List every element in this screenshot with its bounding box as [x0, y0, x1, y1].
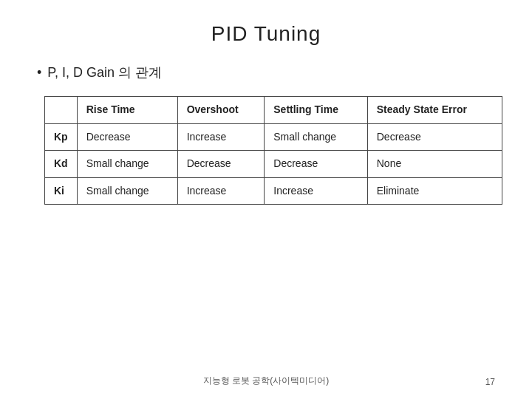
row-ki-label: Ki	[45, 177, 78, 205]
row-kp-label: Kp	[45, 123, 78, 151]
col-header-label	[45, 97, 78, 124]
row-kd-settling: Decrease	[265, 151, 367, 178]
footer: 지능형 로봇 공학(사이텍미디어)	[0, 375, 532, 387]
row-kd-steady: None	[367, 151, 502, 178]
col-header-overshoot: Overshoot	[177, 97, 265, 124]
page-title: PID Tuning	[37, 22, 495, 46]
row-ki-rise: Small change	[77, 177, 177, 205]
table-row: Kd Small change Decrease Decrease None	[45, 151, 502, 178]
row-kp-overshoot: Increase	[177, 123, 265, 151]
row-kp-rise: Decrease	[77, 123, 177, 151]
pid-table: Rise Time Overshoot Settling Time Steady…	[44, 96, 502, 205]
table-row: Ki Small change Increase Increase Elimin…	[45, 177, 502, 205]
row-ki-settling: Increase	[265, 177, 367, 205]
footer-text: 지능형 로봇 공학(사이텍미디어)	[203, 375, 330, 387]
row-ki-steady: Eliminate	[367, 177, 502, 205]
row-kd-rise: Small change	[77, 151, 177, 178]
col-header-steady-state: Steady State Error	[367, 97, 502, 124]
row-kp-steady: Decrease	[367, 123, 502, 151]
bullet-icon: •	[37, 65, 41, 81]
subtitle-text: P, I, D Gain 의 관계	[47, 64, 162, 81]
table-row: Kp Decrease Increase Small change Decrea…	[45, 123, 502, 151]
row-kp-settling: Small change	[265, 123, 367, 151]
col-header-settling-time: Settling Time	[265, 97, 367, 124]
col-header-rise-time: Rise Time	[77, 97, 177, 124]
row-ki-overshoot: Increase	[177, 177, 265, 205]
page-container: PID Tuning • P, I, D Gain 의 관계 Rise Time…	[0, 0, 532, 399]
table-header-row: Rise Time Overshoot Settling Time Steady…	[45, 97, 502, 124]
page-number: 17	[485, 377, 495, 387]
row-kd-overshoot: Decrease	[177, 151, 265, 178]
subtitle-line: • P, I, D Gain 의 관계	[37, 64, 162, 81]
row-kd-label: Kd	[45, 151, 78, 178]
